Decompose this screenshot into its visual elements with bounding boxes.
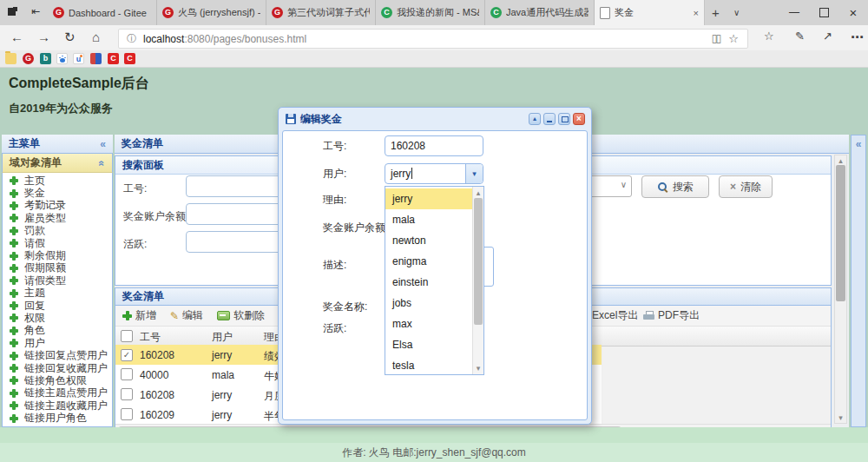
bookmark-c-icon[interactable]: C xyxy=(108,53,119,64)
user-dropdown-list: jerry mala newton enigma einstein jobs m… xyxy=(385,186,484,375)
bookmark-gitee-icon[interactable]: G xyxy=(23,53,34,64)
home-icon[interactable]: ⌂ xyxy=(92,30,100,44)
new-tab-button[interactable]: + xyxy=(712,5,720,20)
row-checkbox[interactable] xyxy=(121,368,133,383)
add-favorite-star-icon[interactable]: ☆ xyxy=(728,32,739,45)
dialog-minimize-icon[interactable] xyxy=(543,113,556,125)
bookmark-u-icon[interactable]: u xyxy=(73,53,84,64)
printer-icon xyxy=(643,311,654,320)
dialog-employee-id-input[interactable]: 160208 xyxy=(385,135,483,156)
green-plus-icon xyxy=(10,201,18,210)
dropdown-option-enigma[interactable]: enigma xyxy=(385,251,473,272)
reading-view-icon[interactable]: ▯▯ xyxy=(712,32,720,44)
dropdown-option-tesla[interactable]: tesla xyxy=(385,355,473,376)
soft-delete-button[interactable]: 软删除 xyxy=(217,308,265,323)
collapse-accordion-icon[interactable]: « xyxy=(96,160,108,166)
tab-news[interactable]: C 我投递的新闻 - MS&A( xyxy=(376,0,485,25)
dropdown-scrollbar-thumb[interactable] xyxy=(474,198,483,325)
tree-item-label: 链接用户角色 xyxy=(24,411,87,426)
window-minimize-button[interactable]: — xyxy=(779,0,809,25)
dialog-maximize-icon[interactable] xyxy=(558,113,570,125)
bookmark-baidu-paw-icon[interactable] xyxy=(56,53,68,64)
tree-item-home[interactable]: 主页 xyxy=(3,175,112,187)
ink-notes-icon[interactable]: ✎ xyxy=(795,30,805,43)
dialog-field-label: 理由: xyxy=(323,189,346,210)
page-footer: 作者: 火鸟 电邮:jerry_shen_sjf@qq.com xyxy=(0,443,868,462)
row-checkbox[interactable] xyxy=(121,408,133,423)
collapse-sidebar-icon[interactable]: « xyxy=(100,138,106,150)
tab-java-codegen[interactable]: C Java通用代码生成器光 xyxy=(485,0,595,25)
bookmark-flag-icon[interactable] xyxy=(90,53,102,64)
cell-id: 160208 xyxy=(140,389,174,401)
dropdown-option-newton[interactable]: newton xyxy=(385,230,473,251)
back-icon[interactable]: ← xyxy=(10,30,23,44)
tab-dashboard-gitee[interactable]: G Dashboard - Gitee xyxy=(48,0,157,25)
green-plus-icon xyxy=(10,401,18,410)
dialog-user-combobox[interactable]: jerry ▾ xyxy=(385,163,483,184)
tree-item-reply[interactable]: 回复 xyxy=(3,300,112,312)
checkbox-icon xyxy=(121,368,133,380)
tree-item-fine[interactable]: 罚款 xyxy=(3,225,112,237)
dialog-tools: ▴ × xyxy=(529,113,585,125)
window-close-button[interactable]: × xyxy=(838,0,868,25)
tab-close-icon[interactable]: × xyxy=(694,8,699,18)
tree-item-link-user-role[interactable]: 链接用户角色 xyxy=(3,412,112,424)
settings-more-icon[interactable]: ⋯ xyxy=(851,30,864,45)
column-header-id[interactable]: 工号 xyxy=(140,330,161,345)
tree-item-permission[interactable]: 权限 xyxy=(3,312,112,324)
set-tabs-aside-icon[interactable]: ⇤ xyxy=(31,5,40,17)
address-bar[interactable]: ⓘ localhost:8080/pages/bonuses.html ▯▯ ☆ xyxy=(118,29,748,49)
tab-preview-icon[interactable] xyxy=(8,8,16,16)
bookmark-bing-icon[interactable]: b xyxy=(40,53,51,64)
expand-panel-icon[interactable]: « xyxy=(856,138,862,150)
combobox-arrow-icon[interactable]: ▾ xyxy=(465,164,483,183)
accordion-header-domain-objects[interactable]: 域对象清单 « xyxy=(2,154,113,173)
dropdown-option-jobs[interactable]: jobs xyxy=(385,293,473,314)
site-info-icon[interactable]: ⓘ xyxy=(127,32,136,45)
column-header-user[interactable]: 用户 xyxy=(212,330,233,345)
screen: ⇤ G Dashboard - Gitee G 火鸟 (jerryshensjf… xyxy=(0,0,868,462)
gitee-favicon: G xyxy=(272,7,283,18)
tab-huoniao-git[interactable]: G 火鸟 (jerryshensjf) - Git xyxy=(157,0,266,25)
scroll-down-icon[interactable]: ▾ xyxy=(835,413,846,422)
edit-button[interactable]: ✎编辑 xyxy=(170,308,203,323)
sidebar-title: 主菜单 xyxy=(9,136,100,151)
window-maximize-button[interactable] xyxy=(809,0,838,25)
tree-item-topic[interactable]: 主题 xyxy=(3,287,112,300)
dropdown-option-einstein[interactable]: einstein xyxy=(385,272,473,293)
dialog-collapse-icon[interactable]: ▴ xyxy=(529,113,541,125)
vertical-scrollbar-thumb[interactable] xyxy=(836,165,845,301)
tab-bonus-active[interactable]: 奖金 × xyxy=(595,0,705,25)
share-icon[interactable]: ↗ xyxy=(823,30,832,43)
scroll-up-icon[interactable]: ▴ xyxy=(835,156,846,165)
collapsed-east-panel[interactable]: « xyxy=(851,135,866,427)
tab-list-button[interactable]: ∨ xyxy=(733,8,740,17)
dialog-close-icon[interactable]: × xyxy=(573,113,585,125)
clear-button[interactable]: × 清除 xyxy=(719,175,773,198)
scroll-up-icon[interactable]: ▴ xyxy=(473,188,483,197)
row-checkbox[interactable] xyxy=(121,388,133,403)
refresh-icon[interactable]: ↻ xyxy=(64,30,76,45)
search-button[interactable]: 搜索 xyxy=(641,175,709,198)
tree-item-role[interactable]: 角色 xyxy=(3,325,112,337)
forward-icon[interactable]: → xyxy=(37,30,50,44)
green-plus-icon xyxy=(10,176,18,185)
dropdown-option-mala[interactable]: mala xyxy=(385,209,473,230)
bookmark-folder-icon[interactable] xyxy=(5,53,16,64)
dropdown-option-elsa[interactable]: Elsa xyxy=(385,334,473,355)
bookmark-c2-icon[interactable]: C xyxy=(124,53,135,64)
tree-item-leave-type[interactable]: 请假类型 xyxy=(3,274,112,287)
dropdown-option-jerry[interactable]: jerry xyxy=(385,188,473,209)
vertical-scrollbar[interactable]: ▴ ▾ xyxy=(834,155,847,424)
favorites-hub-icon[interactable]: ☆ xyxy=(764,30,774,43)
pdf-export-button[interactable]: PDF导出 xyxy=(643,308,700,323)
add-button[interactable]: 新增 xyxy=(122,308,156,323)
dropdown-option-max[interactable]: max xyxy=(385,314,473,334)
green-plus-icon xyxy=(10,314,18,322)
select-all-checkbox[interactable] xyxy=(121,330,133,345)
dropdown-scrollbar[interactable]: ▴ ▾ xyxy=(472,187,483,374)
tab-codegen-article[interactable]: G 第三代动词算子式代码: xyxy=(266,0,376,25)
row-checkbox-checked[interactable]: ✓ xyxy=(121,348,133,361)
tree-item-employee-type[interactable]: 雇员类型 xyxy=(3,212,112,224)
scroll-down-icon[interactable]: ▾ xyxy=(473,364,483,373)
